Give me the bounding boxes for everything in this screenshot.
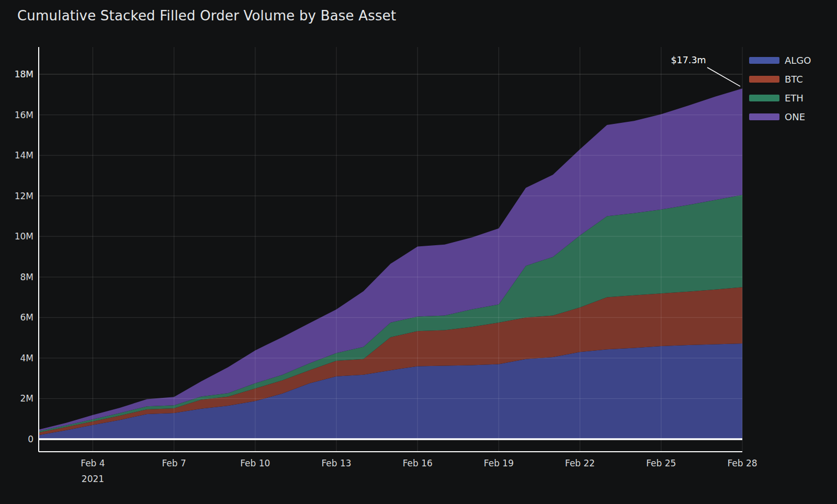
legend-label-btc: BTC <box>785 75 803 84</box>
x-tick-label: Feb 22 <box>565 458 595 468</box>
y-tick-label: 18M <box>15 69 33 79</box>
y-tick-label: 6M <box>20 312 33 323</box>
x-tick-label: Feb 16 <box>403 458 433 468</box>
y-tick-label: 12M <box>15 191 33 201</box>
x-tick-label: Feb 13 <box>321 458 351 468</box>
x-tick-year-label: 2021 <box>82 474 104 484</box>
legend-label-eth: ETH <box>785 94 804 103</box>
annotation-arrow-line <box>707 67 740 86</box>
legend-item-btc[interactable]: BTC <box>749 73 811 85</box>
legend-swatch-one <box>749 113 779 120</box>
legend-swatch-btc <box>749 76 779 83</box>
x-tick-label: Feb 7 <box>162 458 186 468</box>
annotation-group: $17.3m <box>671 55 740 86</box>
legend-item-eth[interactable]: ETH <box>749 92 811 104</box>
y-tick-label: 2M <box>20 393 33 404</box>
legend-item-algo[interactable]: ALGO <box>749 54 811 66</box>
y-tick-label: 8M <box>20 272 33 282</box>
legend-swatch-eth <box>749 95 779 101</box>
x-tick-label: Feb 25 <box>646 458 676 468</box>
legend-swatch-algo <box>749 57 779 64</box>
x-tick-label: Feb 19 <box>484 458 514 468</box>
stacked-area-chart-canvas[interactable]: 02M4M6M8M10M12M14M16M18M18MFeb 42021Feb … <box>0 0 837 504</box>
y-tick-label: 0 <box>28 434 33 444</box>
x-tick-label: Feb 10 <box>240 458 270 468</box>
legend-label-one: ONE <box>785 112 805 122</box>
legend-item-one[interactable]: ONE <box>749 111 811 123</box>
y-tick-label: 14M <box>15 150 33 161</box>
area-series-layer[interactable] <box>39 88 742 439</box>
legend: ALGO BTC ETH ONE <box>749 54 811 130</box>
annotation-label: $17.3m <box>671 55 706 65</box>
y-tick-label: 16M <box>15 110 33 120</box>
y-tick-label: 4M <box>20 353 33 363</box>
y-tick-label: 10M <box>15 231 33 242</box>
legend-label-algo: ALGO <box>785 56 811 65</box>
x-tick-label: Feb 4 <box>81 458 105 468</box>
x-tick-label: Feb 28 <box>727 458 757 468</box>
